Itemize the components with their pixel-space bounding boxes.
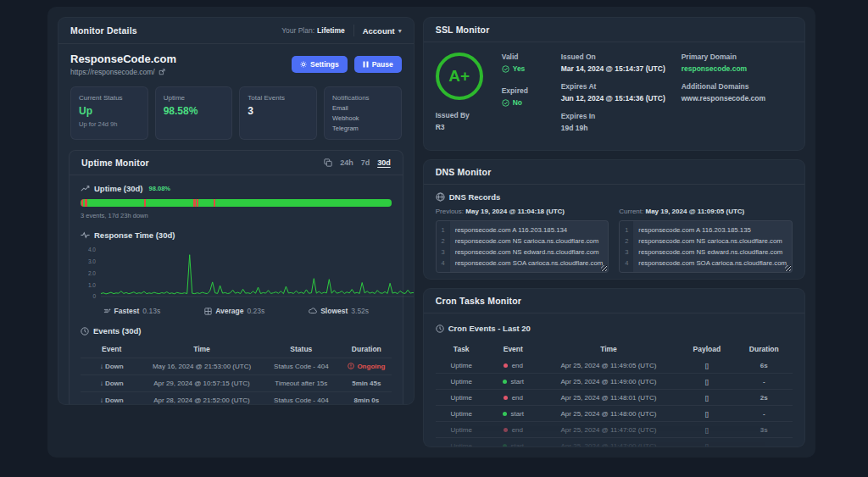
cron-event: start (511, 442, 525, 448)
clock-icon (436, 324, 444, 333)
current-status-sub: Up for 24d 9h (79, 120, 140, 128)
settings-button[interactable]: Settings (292, 56, 348, 73)
pause-button[interactable]: Pause (354, 56, 402, 73)
y-tick: 1.0 (88, 282, 96, 288)
external-link-icon (159, 69, 165, 75)
range-tab-24h[interactable]: 24h (340, 158, 353, 167)
account-dropdown[interactable]: Account ▾ (363, 26, 402, 36)
check-circle-icon (502, 99, 509, 107)
alert-circle-icon (348, 363, 354, 369)
y-axis-ticks: 4.0 3.0 2.0 1.0 0 (81, 244, 97, 298)
cron-task: Uptime (436, 438, 487, 448)
event-status: Status Code - 404 (261, 392, 342, 406)
expired-value: No (502, 98, 549, 107)
ssl-grade-badge: A+ (436, 53, 483, 100)
header-separator (353, 25, 354, 36)
issued-by-label: Issued By (436, 111, 490, 119)
line-numbers: 1234 (620, 221, 633, 272)
ssl-monitor-card: SSL Monitor A+ Issued By R3 Valid (423, 17, 805, 151)
uptime-monitor-title: Uptime Monitor (81, 158, 149, 168)
events-30d-label: Events (30d) (93, 326, 142, 336)
events-col-status: Status (261, 341, 342, 358)
globe-icon (436, 192, 445, 202)
cron-duration: 3s (736, 422, 793, 438)
event-duration: Ongoing (342, 358, 392, 375)
cron-time: Apr 25, 2024 @ 11:49:05 (UTC) (539, 358, 678, 374)
uptime-summary: 3 events, 17d 23h down (81, 212, 392, 219)
cron-event: end (512, 426, 523, 434)
events-col-event: Event (81, 341, 142, 358)
event-status-dot (504, 428, 508, 432)
cron-event: start (511, 378, 525, 385)
primary-domain-link[interactable]: responsecode.com (682, 64, 793, 73)
cron-duration: - (736, 438, 793, 448)
total-events-tile: Total Events 3 (239, 86, 317, 140)
ssl-monitor-title: SSL Monitor (436, 25, 490, 35)
cron-task: Uptime (436, 422, 487, 438)
monitor-details-header: Monitor Details Your Plan:Lifetime Accou… (58, 18, 414, 43)
dns-current-records-box[interactable]: 1234 responsecode.com A 116.203.185.135 … (619, 220, 793, 273)
cron-event: start (511, 410, 525, 418)
activity-icon (81, 231, 90, 239)
slowest-icon (309, 308, 317, 314)
cron-time: Apr 25, 2024 @ 11:47:00 (UTC) (539, 438, 678, 448)
total-events-value: 3 (248, 105, 309, 117)
uptime-tile: Uptime 98.58% (155, 86, 233, 140)
event-status: Timeout after 15s (261, 375, 342, 392)
range-tab-7d[interactable]: 7d (361, 158, 370, 167)
event-row: ↓ Down Apr 29, 2024 @ 10:57:15 (UTC) Tim… (81, 375, 392, 392)
cron-events-table: Task Event Time Payload Duration Uptime … (436, 341, 793, 447)
cron-time: Apr 25, 2024 @ 11:49:00 (UTC) (539, 374, 678, 390)
line-numbers: 1234 (437, 221, 450, 272)
event-time: Apr 29, 2024 @ 10:57:15 (UTC) (142, 375, 260, 392)
fastest-icon (103, 308, 111, 314)
event-time: Apr 28, 2024 @ 21:52:00 (UTC) (142, 392, 260, 406)
down-arrow-icon: ↓ (100, 380, 103, 387)
cron-duration: 2s (736, 390, 793, 406)
event-row: ↓ Down Apr 28, 2024 @ 21:52:00 (UTC) Sta… (81, 392, 392, 406)
issued-by-value: R3 (436, 123, 490, 131)
dns-monitor-title: DNS Monitor (436, 167, 492, 177)
event-duration: 5min 45s (342, 375, 392, 392)
monitor-name: ResponseCode.com (70, 53, 176, 65)
events-col-time: Time (142, 341, 260, 358)
down-arrow-icon: ↓ (100, 363, 103, 370)
event-status-dot (503, 380, 507, 384)
expires-at-label: Expires At (561, 82, 670, 91)
dns-record: responsecode.com NS carioca.ns.cloudflar… (455, 236, 604, 247)
gear-icon (300, 61, 307, 68)
current-status-tile: Current Status Up Up for 24d 9h (70, 86, 148, 140)
cron-row: Uptime start Apr 25, 2024 @ 11:49:00 (UT… (436, 374, 793, 390)
copy-icon[interactable] (324, 158, 332, 167)
cron-duration: - (736, 406, 793, 422)
event-duration: 8min 0s (342, 392, 392, 406)
monitor-url-link[interactable]: https://responsecode.com/ (70, 68, 176, 76)
event-status-dot (504, 363, 508, 368)
dns-record: responsecode.com NS edward.ns.cloudflare… (455, 247, 604, 258)
uptime-value: 98.58% (164, 105, 225, 117)
average-value: 0.23s (247, 307, 264, 315)
event-time: May 16, 2024 @ 21:53:00 (UTC) (142, 358, 260, 375)
cron-payload: [] (678, 374, 735, 390)
cron-payload: [] (678, 406, 735, 422)
cron-events-label: Cron Events - Last 20 (448, 324, 531, 333)
dns-previous-records-box[interactable]: 1234 responsecode.com A 116.203.185.134 … (436, 220, 609, 273)
event-type: Down (105, 380, 124, 387)
dns-record: responsecode.com SOA carioca.ns.cloudfla… (455, 258, 604, 269)
chevron-down-icon: ▾ (398, 27, 402, 35)
check-circle-icon (502, 65, 509, 73)
average-icon (204, 308, 212, 315)
events-col-duration: Duration (342, 341, 392, 358)
valid-value: Yes (502, 64, 549, 73)
notification-channel: Email (332, 104, 393, 112)
range-tab-30d[interactable]: 30d (377, 158, 391, 167)
notifications-label: Notifications (332, 94, 393, 102)
slowest-value: 3.52s (351, 307, 369, 315)
cron-row: Uptime end Apr 25, 2024 @ 11:49:05 (UTC)… (436, 358, 793, 374)
issued-on-label: Issued On (561, 53, 670, 61)
cron-monitor-title: Cron Tasks Monitor (436, 296, 521, 306)
response-time-chart: 4.0 3.0 2.0 1.0 0 (81, 244, 392, 303)
cron-task: Uptime (436, 374, 487, 390)
uptime-monitor-card: Uptime Monitor 24h 7d 30d Uptime (30d) (69, 150, 403, 405)
dns-record: responsecode.com A 116.203.185.134 (455, 225, 604, 236)
